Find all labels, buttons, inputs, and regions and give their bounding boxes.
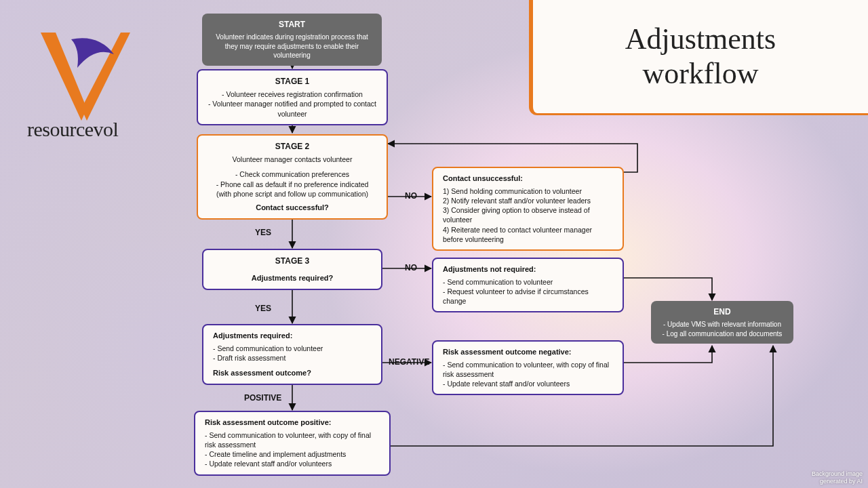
adj-req-heading: Adjustments required: [213, 331, 372, 341]
contact-fail-line4: 4) Reiterate need to contact volunteer m… [443, 225, 613, 244]
node-start: START Volunteer indicates during registr… [202, 14, 382, 66]
credit-line2: generated by AI [820, 478, 863, 485]
risk-pos-heading: Risk assessment outcome positive: [205, 418, 380, 428]
risk-pos-line1: - Send communication to volunteer, with … [205, 430, 380, 449]
risk-neg-line1: - Send communication to volunteer, with … [443, 360, 613, 379]
node-stage3: STAGE 3 Adjustments required? [202, 249, 382, 290]
contact-fail-heading: Contact unsuccessful: [443, 174, 613, 184]
adj-not-req-heading: Adjustments not required: [443, 264, 613, 274]
node-risk-negative: Risk assessment outcome negative: - Send… [432, 340, 624, 395]
start-body: Volunteer indicates during registration … [212, 33, 372, 60]
risk-neg-heading: Risk assessment outcome negative: [443, 347, 613, 357]
label-stage3-yes: YES [255, 304, 271, 313]
label-risk-positive: POSITIVE [244, 393, 281, 403]
label-stage2-no: NO [405, 191, 417, 201]
label-stage2-yes: YES [255, 228, 271, 237]
background-credit: Background image generated by AI [812, 470, 863, 485]
end-heading: END [660, 306, 784, 317]
node-contact-unsuccessful: Contact unsuccessful: 1) Send holding co… [432, 167, 624, 251]
risk-pos-line3: - Update relevant staff and/or volunteer… [205, 459, 380, 468]
contact-fail-line1: 1) Send holding communication to volunte… [443, 186, 613, 196]
node-stage1: STAGE 1 - Volunteer receives registratio… [197, 69, 388, 125]
node-adjustments-required: Adjustments required: - Send communicati… [202, 324, 382, 385]
node-risk-positive: Risk assessment outcome positive: - Send… [194, 411, 391, 476]
logo-v-icon [34, 27, 136, 122]
contact-fail-line2: 2) Notify relevant staff and/or voluntee… [443, 196, 613, 205]
stage3-heading: STAGE 3 [213, 256, 372, 266]
stage2-question: Contact successful? [208, 203, 377, 213]
title-card: Adjustments workflow [529, 0, 868, 115]
credit-line1: Background image [812, 470, 863, 477]
node-adjustments-not-required: Adjustments not required: - Send communi… [432, 258, 624, 312]
title-line1: Adjustments [625, 22, 776, 56]
adj-req-line2: - Draft risk assessment [213, 353, 372, 363]
adj-not-req-line2: - Request volunteer to advise if circums… [443, 287, 613, 306]
adj-req-question: Risk assessment outcome? [213, 368, 372, 378]
label-risk-negative: NEGATIVE [389, 357, 429, 367]
end-line1: - Update VMS with relevant information [660, 320, 784, 329]
stage2-line3: (with phone script and follow up communi… [208, 189, 377, 199]
node-end: END - Update VMS with relevant informati… [651, 301, 793, 344]
end-line2: - Log all communication and documents [660, 329, 784, 339]
stage1-heading: STAGE 1 [208, 76, 377, 87]
stage2-line1: - Check communication preferences [208, 169, 377, 179]
label-stage3-no: NO [405, 263, 417, 272]
start-heading: START [212, 19, 372, 30]
node-stage2: STAGE 2 Volunteer manager contacts volun… [197, 134, 388, 220]
title-line2: workflow [642, 57, 758, 90]
stage2-heading: STAGE 2 [208, 141, 377, 152]
risk-neg-line2: - Update relevant staff and/or volunteer… [443, 379, 613, 388]
stage1-line2: - Volunteer manager notified and prompte… [208, 99, 377, 118]
adj-req-line1: - Send communication to volunteer [213, 344, 372, 353]
stage2-sub: Volunteer manager contacts volunteer [208, 155, 377, 164]
brand-logo-block: resourcevol [27, 27, 183, 141]
adj-not-req-line1: - Send communication to volunteer [443, 277, 613, 287]
risk-pos-line2: - Create timeline and implement adjustme… [205, 449, 380, 459]
contact-fail-line3: 3) Consider giving option to observe ins… [443, 205, 613, 224]
stage2-line2: - Phone call as default if no preference… [208, 180, 377, 189]
stage3-question: Adjustments required? [213, 273, 372, 283]
stage1-line1: - Volunteer receives registration confir… [208, 89, 377, 99]
page-title: Adjustments workflow [625, 22, 776, 91]
brand-name: resourcevol [27, 118, 183, 141]
